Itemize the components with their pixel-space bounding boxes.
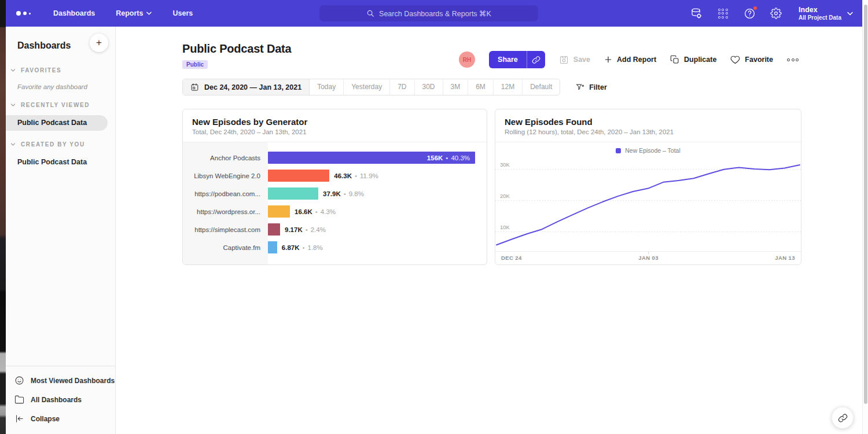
axis-tick (648, 252, 649, 254)
sidebar: Dashboards + FAVORITES Favorite any dash… (6, 27, 116, 434)
save-button[interactable]: Save (559, 55, 590, 65)
topbar: Dashboards Reports Users Search Dashboar… (6, 0, 862, 27)
bar (268, 241, 277, 253)
save-icon (559, 55, 569, 65)
data-warehouse-icon[interactable] (690, 7, 703, 20)
x-tick-label: JAN 13 (775, 255, 795, 261)
date-range-segmented-control: Dec 24, 2020 — Jan 13, 2021 TodayYesterd… (182, 79, 560, 95)
more-options-button[interactable] (787, 56, 799, 64)
sidebar-section-favorites[interactable]: FAVORITES (6, 67, 115, 73)
share-link-button[interactable] (527, 51, 545, 68)
apps-grid-icon[interactable] (716, 7, 729, 20)
favorite-button[interactable]: Favorite (730, 55, 773, 65)
date-range-picker[interactable]: Dec 24, 2020 — Jan 13, 2021 (183, 79, 310, 95)
chevron-down-icon (10, 102, 16, 108)
bar-track: 156K•40.3% (268, 152, 487, 164)
search-input[interactable]: Search Dashboards & Reports ⌘K (319, 5, 538, 21)
bar-category-label: Captivate.fm (183, 244, 268, 251)
page-title: Public Podcast Data (182, 42, 291, 56)
preset-yesterday[interactable]: Yesterday (344, 79, 390, 95)
chart-legend[interactable]: New Episode – Total (495, 142, 801, 156)
bar-row[interactable]: https://wordpress.or...16.6K•4.3% (183, 203, 487, 220)
card-subtitle: Rolling (12 hours), total, Dec 24th, 202… (505, 128, 792, 135)
preset-7d[interactable]: 7D (390, 79, 414, 95)
project-name: Index (799, 6, 841, 14)
smiley-icon (14, 376, 24, 385)
bar (268, 223, 280, 236)
bar-value: 9.17K•2.4% (285, 226, 326, 233)
scrollbar-thumb[interactable] (864, 5, 867, 404)
sidebar-item-public-podcast-data[interactable]: Public Podcast Data (6, 115, 108, 131)
line-chart-plot: 10K20K30K (495, 156, 801, 251)
svg-text:10K: 10K (500, 224, 510, 230)
avatar[interactable]: RH (459, 52, 475, 68)
most-viewed-dashboards-button[interactable]: Most Viewed Dashboards (6, 371, 115, 390)
sidebar-item-public-podcast-data-created[interactable]: Public Podcast Data (6, 155, 115, 170)
search-icon (366, 9, 374, 17)
add-dashboard-button[interactable]: + (90, 34, 108, 52)
heart-icon (730, 55, 740, 65)
dashboard-actions: RH Share Save Add Report Duplicate (459, 51, 799, 68)
calendar-icon (190, 83, 199, 91)
main-content: Public Podcast Data Public RH Share Save… (116, 27, 862, 434)
filter-button[interactable]: Filter (576, 83, 607, 91)
chevron-down-icon (847, 12, 853, 16)
settings-gear-icon[interactable] (770, 7, 782, 20)
help-icon[interactable] (743, 7, 756, 20)
nav-reports[interactable]: Reports (116, 9, 152, 17)
favorites-empty-state: Favorite any dashboard (17, 83, 115, 90)
preset-30d[interactable]: 30D (415, 79, 443, 95)
bar-category-label: Libsyn WebEngine 2.0 (183, 172, 268, 179)
copy-icon (670, 55, 679, 64)
bar-row[interactable]: Libsyn WebEngine 2.046.3K•11.9% (183, 167, 487, 185)
card-subtitle: Total, Dec 24th, 2020 – Jan 13th, 2021 (192, 128, 477, 135)
sidebar-footer: Most Viewed Dashboards All Dashboards Co… (6, 366, 115, 434)
bar-track: 37.9K•9.8% (268, 187, 487, 200)
x-tick-label: JAN 03 (638, 255, 659, 261)
top-navigation: Dashboards Reports Users (53, 9, 193, 17)
project-scope: All Project Data (799, 14, 841, 21)
sidebar-section-recently-viewed[interactable]: RECENTLY VIEWED (6, 102, 115, 108)
report-card-new-episodes-by-generator: New Episodes by Generator Total, Dec 24t… (182, 109, 487, 265)
page-scrollbar (862, 0, 868, 434)
bar-row[interactable]: Anchor Podcasts156K•40.3% (183, 149, 487, 167)
notification-badge (753, 6, 757, 10)
x-axis: DEC 24 JAN 03 JAN 13 (495, 251, 801, 264)
bar (268, 205, 290, 218)
nav-dashboards[interactable]: Dashboards (53, 9, 95, 17)
arrow-to-left-icon (14, 414, 24, 424)
date-presets: TodayYesterday7D30D3M6M12MDefault (310, 79, 560, 95)
add-report-button[interactable]: Add Report (604, 56, 656, 64)
visibility-badge: Public (182, 60, 208, 69)
preset-3m[interactable]: 3M (443, 79, 469, 95)
date-range-value: Dec 24, 2020 — Jan 13, 2021 (204, 83, 301, 91)
get-link-fab[interactable] (832, 407, 854, 429)
project-switcher[interactable]: Index All Project Data (799, 6, 853, 21)
sidebar-section-created-by-you[interactable]: CREATED BY YOU (6, 141, 115, 148)
date-controls: Dec 24, 2020 — Jan 13, 2021 TodayYesterd… (182, 79, 607, 95)
bar-row[interactable]: https://simplecast.com9.17K•2.4% (183, 220, 487, 238)
bar-row[interactable]: Captivate.fm6.87K•1.8% (183, 238, 487, 256)
nav-users[interactable]: Users (172, 9, 193, 17)
preset-6m[interactable]: 6M (468, 79, 494, 95)
chevron-down-icon (146, 12, 152, 15)
all-dashboards-button[interactable]: All Dashboards (6, 390, 115, 409)
bar-category-label: https://podbean.com... (183, 190, 268, 197)
folder-icon (14, 395, 24, 404)
preset-default[interactable]: Default (523, 79, 560, 95)
share-button[interactable]: Share (489, 51, 527, 68)
duplicate-button[interactable]: Duplicate (670, 55, 716, 64)
bar-rows: Anchor Podcasts156K•40.3%Libsyn WebEngin… (183, 142, 487, 256)
preset-today[interactable]: Today (310, 79, 344, 95)
chevron-down-icon (10, 142, 16, 147)
link-icon (532, 56, 540, 64)
report-card-new-episodes-found: New Episodes Found Rolling (12 hours), t… (495, 109, 801, 265)
app-logo-icon[interactable] (16, 11, 36, 16)
svg-text:20K: 20K (500, 193, 510, 199)
plus-icon (604, 56, 612, 64)
preset-12m[interactable]: 12M (494, 79, 523, 95)
card-header: New Episodes by Generator Total, Dec 24t… (183, 109, 487, 142)
bar-row[interactable]: https://podbean.com...37.9K•9.8% (183, 185, 487, 203)
collapse-sidebar-button[interactable]: Collapse (6, 409, 115, 428)
link-icon (838, 413, 848, 423)
